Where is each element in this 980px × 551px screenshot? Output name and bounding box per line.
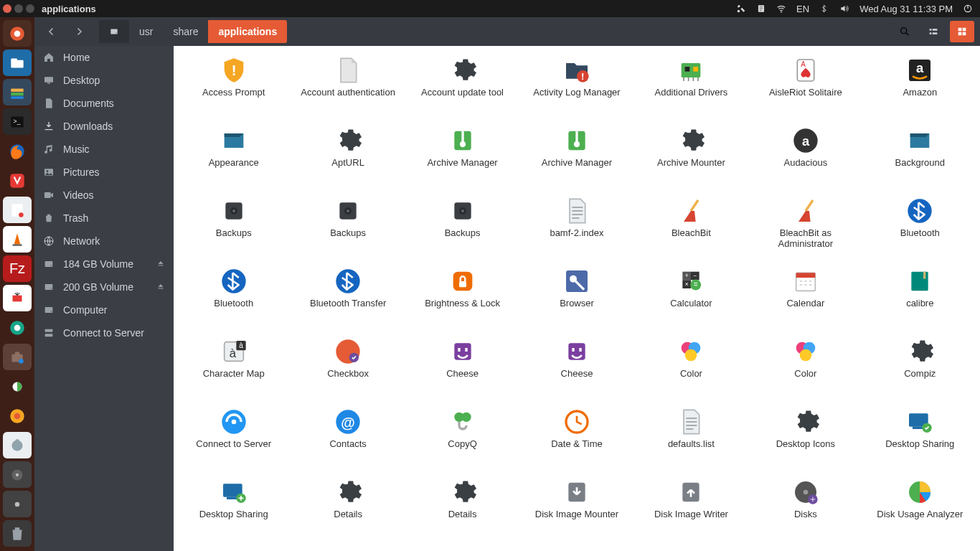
launcher-vivaldi[interactable] [3,167,32,194]
app-disks[interactable]: Disks [748,478,862,545]
app-backups[interactable]: Backups [405,197,519,264]
app-document-viewer[interactable]: Document Viewer [405,548,519,551]
sidebar-item-200-gb-volume[interactable]: 200 GB Volume [34,276,174,298]
close-icon[interactable] [3,4,11,13]
launcher-software[interactable] [3,285,32,311]
app-displays[interactable]: Displays [291,548,405,551]
app-background[interactable]: Background [863,126,977,194]
app-appearance[interactable]: Appearance [176,126,291,194]
volume-icon[interactable] [839,4,849,14]
app-cheese[interactable]: Cheese [405,337,519,405]
app-archive-mounter[interactable]: Archive Mounter [634,126,748,194]
app-backups[interactable]: Backups [291,197,405,264]
crumb-root[interactable] [99,20,129,43]
app-calculator[interactable]: Calculator [634,267,748,334]
keyboard-language[interactable]: EN [796,4,809,14]
clock[interactable]: Wed Aug 31 11:33 PM [859,4,953,14]
eject-icon[interactable] [156,258,165,270]
sidebar-item-trash[interactable]: Trash [34,207,174,230]
crumb-applications[interactable]: applications [208,20,287,43]
app-bamf-2-index[interactable]: bamf-2.index [519,197,633,264]
launcher-filemanager[interactable] [3,79,32,105]
tools-icon[interactable] [736,4,746,14]
app-aisleriot-solitaire[interactable]: AisleRiot Solitaire [748,56,862,123]
app-e-book-editor[interactable]: E-book editor [519,548,633,551]
app-calendar[interactable]: Calendar [748,267,862,334]
sidebar-item-desktop[interactable]: Desktop [34,69,174,92]
launcher-notes[interactable] [3,197,32,223]
app-character-map[interactable]: Character Map [176,337,291,405]
launcher-app3[interactable] [3,402,32,429]
launcher-shutter[interactable] [3,314,32,341]
app-bleachbit[interactable]: BleachBit [634,197,748,264]
app-browser[interactable]: Browser [519,267,633,334]
launcher-vlc[interactable] [3,226,32,253]
sidebar-item-connect-to-server[interactable]: Connect to Server [34,321,174,344]
app-desktop-sharing[interactable]: Desktop Sharing [176,478,291,545]
view-grid-button[interactable] [950,21,974,42]
app-evolution-calendar[interactable]: Evolution Calendar [748,548,862,551]
back-button[interactable] [40,20,63,43]
launcher-dash[interactable] [3,20,32,47]
maximize-icon[interactable] [26,4,34,13]
launcher-terminal[interactable]: >_ [3,108,32,135]
crumb-usr[interactable]: usr [129,20,163,43]
app-brightness-lock[interactable]: Brightness & Lock [405,267,519,334]
app-e-book-viewer[interactable]: E-book viewer [634,548,748,551]
view-list-button[interactable] [921,21,946,42]
search-button[interactable] [892,21,917,42]
sidebar-item-documents[interactable]: Documents [34,92,174,115]
launcher-firefox[interactable] [3,138,32,164]
app-bluetooth-transfer[interactable]: Bluetooth Transfer [291,267,405,334]
app-apturl[interactable]: AptURL [291,126,405,194]
app-account-update-tool[interactable]: Account update tool [405,56,519,123]
app-evolution-data-server[interactable]: Evolution Data Server [863,548,977,551]
bluetooth-icon[interactable] [819,4,829,14]
app-color[interactable]: Color [634,337,748,405]
app-checkbox[interactable]: Checkbox [291,337,405,405]
app-cheese[interactable]: Cheese [519,337,633,405]
app-bluetooth[interactable]: Bluetooth [176,267,291,334]
app-displays[interactable]: Displays [176,548,291,551]
app-bleachbit-as-administrator[interactable]: BleachBit as Administrator [748,197,862,264]
sidebar-item-downloads[interactable]: Downloads [34,115,174,138]
app-audacious[interactable]: Audacious [748,126,862,194]
app-date-time[interactable]: Date & Time [519,408,633,475]
app-contacts[interactable]: Contacts [291,408,405,475]
app-defaults-list[interactable]: defaults.list [634,408,748,475]
crumb-share[interactable]: share [163,20,208,43]
forward-button[interactable] [67,20,90,43]
app-color[interactable]: Color [748,337,862,405]
power-icon[interactable] [963,4,973,14]
launcher-files[interactable] [3,50,32,76]
wifi-icon[interactable] [776,4,786,14]
app-disk-image-mounter[interactable]: Disk Image Mounter [519,478,633,545]
app-account-authentication[interactable]: Account authentication [291,56,405,123]
sidebar-item-pictures[interactable]: Pictures [34,161,174,184]
sidebar-item-184-gb-volume[interactable]: 184 GB Volume [34,253,174,276]
sidebar-item-music[interactable]: Music [34,138,174,161]
sidebar-item-computer[interactable]: Computer [34,298,174,321]
launcher-app4[interactable] [3,432,32,458]
app-connect-to-server[interactable]: Connect to Server [176,408,291,475]
app-archive-manager[interactable]: Archive Manager [405,126,519,194]
launcher-app5[interactable] [3,461,32,488]
app-amazon[interactable]: Amazon [863,56,977,123]
launcher-filezilla[interactable]: Fz [3,255,32,282]
sidebar-item-videos[interactable]: Videos [34,184,174,207]
app-details[interactable]: Details [291,478,405,545]
app-disk-usage-analyzer[interactable]: Disk Usage Analyzer [863,478,977,545]
eject-icon[interactable] [156,281,165,293]
minimize-icon[interactable] [14,4,23,13]
app-backups[interactable]: Backups [176,197,291,264]
app-additional-drivers[interactable]: Additional Drivers [634,56,748,123]
app-details[interactable]: Details [405,478,519,545]
app-desktop-icons[interactable]: Desktop Icons [748,408,862,475]
app-desktop-sharing[interactable]: Desktop Sharing [863,408,977,475]
sidebar-item-home[interactable]: Home [34,46,174,69]
app-copyq[interactable]: CopyQ [405,408,519,475]
sidebar-item-network[interactable]: Network [34,230,174,253]
app-disk-image-writer[interactable]: Disk Image Writer [634,478,748,545]
launcher-trash[interactable] [3,520,32,547]
app-compiz[interactable]: Compiz [863,337,977,405]
